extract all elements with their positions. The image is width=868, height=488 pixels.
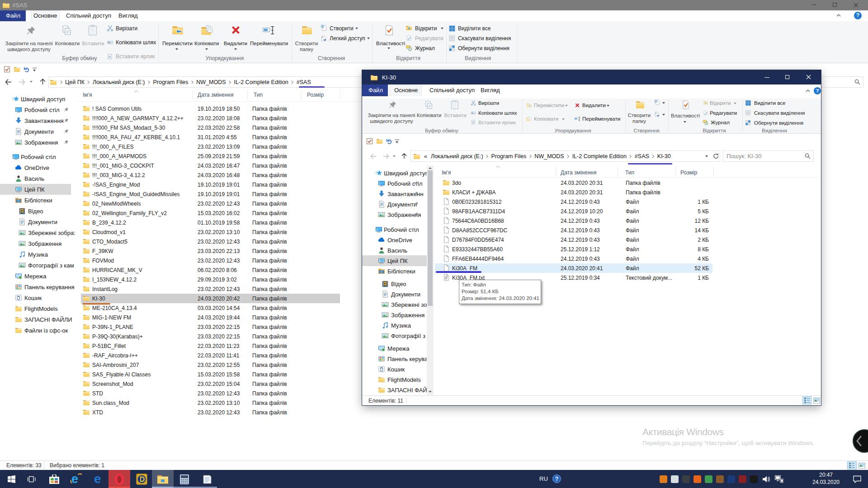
svg-text:e: e [94,473,101,485]
svg-text:e: e [71,473,78,485]
